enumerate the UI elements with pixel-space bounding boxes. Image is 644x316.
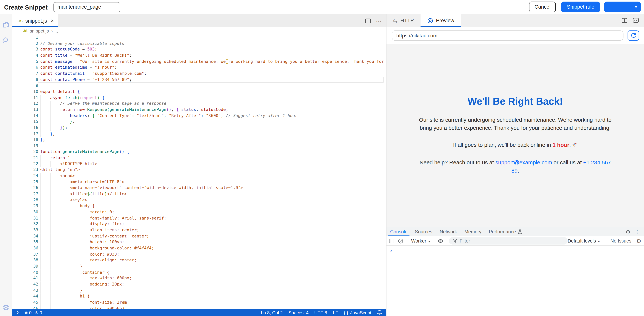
console-settings-icon[interactable]: ⚙ [636,238,641,244]
line-number: 42 [12,281,38,287]
preview-viewport: We'll Be Right Back! Our site is current… [386,44,644,227]
more-actions-icon[interactable]: ⋯ [376,18,382,24]
warning-icon: ⚠ [34,310,38,315]
split-editor-icon[interactable] [365,18,371,23]
warning-count: 0 [40,310,42,315]
error-count: 0 [29,310,32,315]
line-number: 3 [12,47,38,53]
language-label: JavaScript [350,310,371,315]
close-tab-icon[interactable]: × [51,18,54,24]
line-number: 4 [12,53,38,59]
cursor-position[interactable]: Ln 8, Col 2 [261,310,283,315]
eol-setting[interactable]: LF [333,310,338,315]
devtools-tab-network[interactable]: Network [436,227,461,236]
deploy-split-button: Deploy ▼ [604,2,641,12]
code-line-44: 44h1 { [12,293,386,299]
files-icon[interactable] [2,20,10,29]
line-number: 44 [12,293,38,299]
devtools-settings-icon[interactable]: ⚙ [626,227,630,236]
devtools-tab-console[interactable]: Console [386,227,411,236]
maintenance-eta-line: If all goes to plan, we'll be back onlin… [417,141,614,150]
snippet-rule-button[interactable]: Snippet rule [561,2,600,12]
editor-panel: ⚙ JS snippet.js × [0,15,386,316]
code-line-15: 15}, [12,119,386,125]
line-number: 18 [12,137,38,143]
tab-preview[interactable]: Preview [420,15,461,27]
line-number: 36 [12,245,38,251]
line-number: 7 [12,71,38,77]
code-line-35: 35height: 100vh; [12,239,386,245]
tab-http[interactable]: ⇆ HTTP [386,15,420,27]
javascript-file-icon: JS [23,29,28,33]
breadcrumb[interactable]: JS snippet.js › … [12,27,386,34]
devtools-tab-sources[interactable]: Sources [411,227,436,236]
line-number: 23 [12,167,38,173]
editor-tab-bar: JS snippet.js × ⋯ [12,15,386,27]
line-number: 12 [12,101,38,107]
settings-gear-icon[interactable]: ⚙ [2,303,10,312]
line-number: 24 [12,173,38,179]
code-line-25: 25<meta charset="UTF-8"> [12,179,386,185]
preview-url-input[interactable] [392,31,624,41]
line-number: 11 [12,95,38,101]
line-number: 39 [12,263,38,269]
code-line-16: 16}); [12,125,386,131]
maintenance-page: We'll Be Right Back! Our site is current… [417,96,614,175]
code-line-10: 10export default { [12,89,386,95]
experiment-flask-icon [518,229,522,234]
live-expression-eye-icon[interactable] [438,239,444,243]
code-line-27: 27<title>${title}</title> [12,191,386,197]
cancel-button[interactable]: Cancel [529,2,556,12]
line-number: 2 [12,41,38,47]
remote-indicator-icon[interactable] [15,310,20,315]
line-number: 37 [12,251,38,257]
snippet-name-input[interactable] [53,2,120,12]
code-line-14: 14headers: { "Content-Type": "text/html"… [12,113,386,119]
line-number: 13 [12,107,38,113]
encoding-setting[interactable]: UTF-8 [314,310,327,315]
reload-icon [631,33,636,38]
console-output[interactable]: › [386,246,644,316]
deploy-button[interactable]: Deploy [604,2,631,12]
code-editor[interactable]: 12// Define your customizable inputs3con… [12,34,386,309]
devtools-menu-icon[interactable]: ⋮ [634,227,640,236]
code-line-5: 5const message = "Our site is currently … [12,59,386,65]
reload-button[interactable] [628,31,639,41]
problems-indicator[interactable]: ⊗ 0 ⚠ 0 [24,310,42,315]
console-filter-input[interactable]: Filter [449,237,568,245]
tab-snippet-js[interactable]: JS snippet.js × [12,15,58,27]
code-line-32: 32display: flex; [12,221,386,227]
rocket-icon [572,142,578,150]
console-prompt[interactable]: › [390,247,392,253]
log-levels-selector[interactable]: Default levels ▼ [568,238,600,243]
code-line-26: 26<meta name="viewport" content="width=d… [12,185,386,191]
docs-book-icon[interactable] [621,18,628,24]
deploy-dropdown-button[interactable]: ▼ [631,2,641,12]
notifications-bell-icon[interactable] [377,310,382,315]
devtools-tab-performance[interactable]: Performance [485,227,526,236]
indentation-setting[interactable]: Spaces: 4 [288,310,308,315]
javascript-file-icon: JS [18,19,23,23]
eta-value: 1 hour [552,142,570,148]
clear-console-icon[interactable] [398,238,404,244]
preview-eye-icon [427,18,433,24]
line-number: 9 [12,83,38,89]
line-number: 15 [12,119,38,125]
language-mode[interactable]: { } JavaScript [344,310,371,315]
chevron-down-icon: ▼ [634,5,638,9]
status-bar: ⊗ 0 ⚠ 0 Ln 8, Col 2 Spaces: 4 UTF-8 LF {… [12,309,386,316]
issues-counter[interactable]: No Issues [610,238,631,243]
code-line-17: 17}, [12,131,386,137]
console-sidebar-icon[interactable] [389,239,394,243]
maintenance-contact-line: Need help? Reach out to us at support@ex… [417,159,614,175]
devtools-tab-memory[interactable]: Memory [461,227,485,236]
line-number: 30 [12,209,38,215]
support-email-link[interactable]: support@example.com [496,159,552,166]
search-icon[interactable] [2,36,10,45]
line-number: 46 [12,305,38,309]
line-number: 8 [12,77,38,83]
discord-chat-icon[interactable] [632,17,639,24]
console-context-selector[interactable]: Worker ▼ [411,238,431,243]
line-number: 31 [12,215,38,221]
line-number: 40 [12,269,38,275]
